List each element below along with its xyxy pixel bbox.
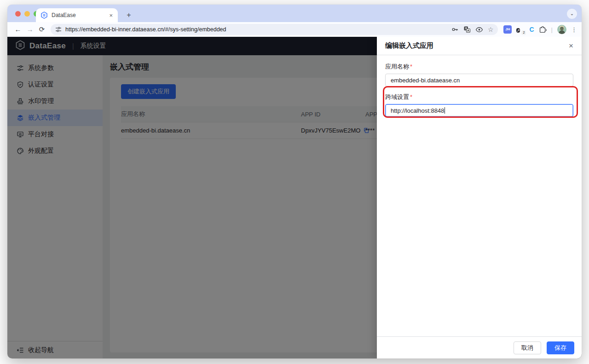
browser-toolbar: ← → ⟳ https://embedded-bi-inner.dataease…	[7, 22, 582, 37]
cancel-button[interactable]: 取消	[514, 341, 541, 354]
password-key-icon[interactable]	[451, 26, 459, 33]
tab-close-icon[interactable]: ×	[108, 12, 114, 19]
new-tab-button[interactable]: +	[123, 10, 134, 21]
cors-field-group: 跨域设置* http://localhost:8848	[385, 93, 573, 117]
cors-input[interactable]: http://localhost:8848	[385, 104, 573, 117]
chrome-menu-icon[interactable]: ⋮	[571, 26, 577, 33]
edit-embedded-app-drawer: 编辑嵌入式应用 × 应用名称* 跨域设置* http://localhost:8…	[377, 37, 582, 358]
cors-label: 跨域设置*	[385, 93, 573, 101]
extension-jh-icon[interactable]: JH	[503, 25, 512, 34]
required-asterisk: *	[410, 93, 412, 100]
dataease-page: DataEase | 系统设置 系统参数	[7, 37, 582, 358]
reload-icon[interactable]: ⟳	[36, 23, 48, 35]
forward-icon[interactable]: →	[24, 23, 36, 35]
site-settings-icon[interactable]	[55, 26, 62, 33]
browser-tab-strip: DataEase × + ⌄	[7, 5, 582, 22]
minimize-window-button[interactable]	[24, 11, 30, 17]
app-name-input[interactable]	[385, 74, 573, 87]
drawer-footer: 取消 保存	[377, 336, 582, 358]
translate-icon[interactable]	[463, 26, 471, 33]
browser-tab[interactable]: DataEase ×	[36, 8, 118, 22]
profile-avatar[interactable]	[557, 25, 566, 34]
address-bar[interactable]: https://embedded-bi-inner.dataease.cn/#/…	[51, 24, 498, 35]
browser-window: DataEase × + ⌄ ← → ⟳ https://embedded-bi…	[7, 5, 582, 358]
reading-mode-eye-icon[interactable]	[475, 26, 483, 34]
tab-search-chevron-icon[interactable]: ⌄	[567, 9, 577, 19]
close-window-button[interactable]	[15, 11, 21, 17]
toolbar-separator: |	[551, 26, 553, 33]
app-name-field-group: 应用名称*	[385, 63, 573, 87]
required-asterisk: *	[410, 63, 412, 70]
drawer-title: 编辑嵌入式应用	[385, 41, 433, 50]
url-text[interactable]: https://embedded-bi-inner.dataease.cn/#/…	[65, 26, 448, 33]
extensions-puzzle-icon[interactable]	[539, 26, 547, 34]
back-icon[interactable]: ←	[12, 23, 24, 35]
extension-c-icon[interactable]: C	[529, 26, 534, 33]
save-button[interactable]: 保存	[547, 341, 574, 354]
tab-title: DataEase	[52, 12, 108, 18]
bookmark-star-icon[interactable]: ☆	[488, 26, 494, 33]
drawer-close-icon[interactable]: ×	[569, 42, 573, 50]
app-name-label: 应用名称*	[385, 63, 573, 71]
extension-screenshot-icon[interactable]: ↗2	[516, 25, 525, 34]
text-caret	[445, 107, 445, 114]
dataease-favicon	[40, 12, 48, 19]
